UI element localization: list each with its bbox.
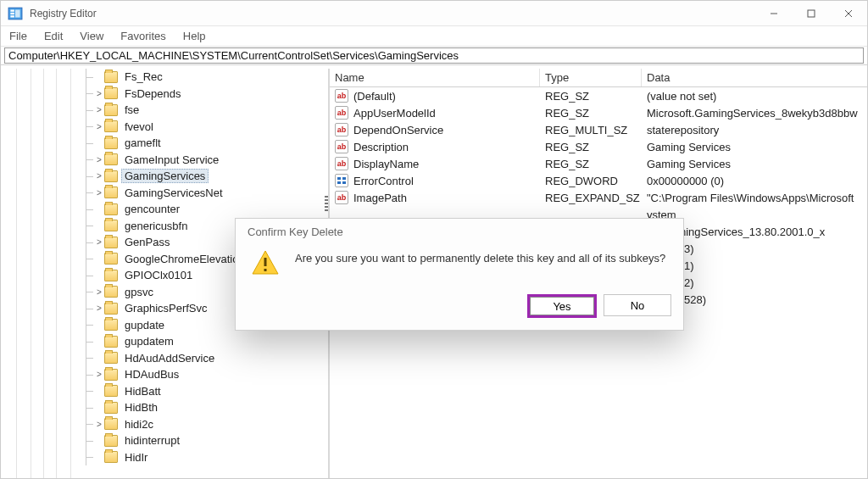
- svg-rect-14: [264, 258, 267, 266]
- folder-icon: [104, 369, 118, 381]
- menu-edit[interactable]: Edit: [36, 26, 71, 47]
- chevron-right-icon[interactable]: >: [94, 420, 104, 429]
- folder-icon: [104, 435, 118, 447]
- chevron-right-icon[interactable]: >: [94, 122, 104, 131]
- tree-item-label: HidBth: [121, 401, 161, 414]
- dialog-title: Confirm Key Delete: [236, 219, 683, 242]
- tree-item-label: HdAudAddService: [121, 352, 218, 365]
- menu-view[interactable]: View: [71, 26, 112, 47]
- tree-item-label: HidIr: [121, 451, 151, 464]
- folder-icon: [104, 451, 118, 463]
- folder-icon: [104, 319, 118, 331]
- tree-item[interactable]: >HDAudBus: [86, 366, 328, 383]
- value-row[interactable]: ErrorControlREG_DWORD0x00000000 (0): [330, 172, 867, 189]
- tree-item-label: GraphicsPerfSvc: [121, 302, 211, 315]
- folder-icon: [104, 187, 118, 198]
- chevron-right-icon[interactable]: >: [94, 188, 104, 198]
- string-value-icon: ab: [335, 191, 348, 204]
- value-row[interactable]: abImagePathREG_EXPAND_SZ"C:\Program File…: [330, 189, 867, 206]
- tree-item[interactable]: HidIr: [86, 449, 328, 466]
- folder-icon: [104, 203, 118, 215]
- tree-item[interactable]: gupdatem: [86, 333, 328, 350]
- tree-item[interactable]: >fvevol: [86, 119, 328, 136]
- value-name: ImagePath: [348, 192, 540, 204]
- list-header: Name Type Data: [330, 69, 867, 87]
- svg-rect-4: [15, 9, 20, 17]
- dialog-message: Are you sure you want to permanently del…: [295, 248, 668, 265]
- tree-item-label: GamingServicesNet: [121, 187, 226, 199]
- tree-item[interactable]: hidinterrupt: [86, 432, 328, 449]
- tree-item[interactable]: >FsDepends: [86, 86, 328, 103]
- col-data[interactable]: Data: [642, 69, 867, 86]
- tree-item-label: FsDepends: [121, 87, 184, 100]
- tree-item-label: genericusbfn: [121, 220, 191, 232]
- value-data: Gaming Services: [642, 141, 867, 153]
- tree-item[interactable]: >GamingServices: [86, 168, 328, 185]
- value-row[interactable]: abAppUserModelIdREG_SZMicrosoft.GamingSe…: [330, 104, 867, 121]
- warning-icon: [251, 248, 280, 277]
- tree-item[interactable]: HidBth: [86, 399, 328, 416]
- value-row[interactable]: abDependOnServiceREG_MULTI_SZstatereposi…: [330, 121, 867, 138]
- folder-icon: [104, 270, 118, 281]
- menubar: File Edit View Favorites Help: [1, 26, 867, 47]
- value-row[interactable]: abDisplayNameREG_SZGaming Services: [330, 155, 867, 172]
- tree-item-label: HidBatt: [121, 385, 164, 398]
- minimize-button[interactable]: [755, 1, 793, 26]
- tree-item[interactable]: gencounter: [86, 201, 328, 218]
- close-button[interactable]: [830, 1, 867, 26]
- tree-item[interactable]: gameflt: [86, 135, 328, 152]
- tree-item-label: gupdate: [121, 319, 168, 331]
- value-type: REG_EXPAND_SZ: [540, 192, 642, 204]
- svg-rect-6: [808, 10, 815, 17]
- folder-icon: [104, 104, 118, 116]
- tree-item[interactable]: >GameInput Service: [86, 152, 328, 169]
- tree-item[interactable]: HidBatt: [86, 383, 328, 400]
- folder-icon: [104, 170, 118, 182]
- menu-favorites[interactable]: Favorites: [112, 26, 174, 47]
- tree-item[interactable]: >GamingServicesNet: [86, 185, 328, 202]
- svg-rect-3: [10, 15, 14, 17]
- value-row[interactable]: abDescriptionREG_SZGaming Services: [330, 138, 867, 155]
- dword-value-icon: [335, 174, 348, 187]
- tree-item[interactable]: Fs_Rec: [86, 69, 328, 86]
- value-row[interactable]: ab(Default)REG_SZ(value not set): [330, 87, 867, 104]
- no-button[interactable]: No: [604, 294, 671, 316]
- chevron-right-icon[interactable]: >: [94, 155, 104, 164]
- splitter-handle[interactable]: [325, 196, 328, 213]
- folder-icon: [104, 237, 118, 248]
- address-input[interactable]: [4, 47, 864, 64]
- col-type[interactable]: Type: [540, 69, 642, 86]
- string-value-icon: ab: [335, 106, 348, 120]
- folder-icon: [104, 336, 118, 348]
- folder-icon: [104, 71, 118, 83]
- tree-item-label: gameflt: [121, 136, 164, 149]
- window-title: Registry Editor: [30, 8, 755, 19]
- value-data: (value not set): [642, 90, 867, 103]
- svg-rect-2: [10, 12, 14, 14]
- chevron-right-icon[interactable]: >: [94, 171, 104, 181]
- maximize-button[interactable]: [793, 1, 830, 26]
- tree-item-label: fse: [121, 103, 142, 116]
- menu-help[interactable]: Help: [175, 26, 214, 47]
- yes-button[interactable]: Yes: [530, 297, 594, 315]
- chevron-right-icon[interactable]: >: [94, 105, 104, 114]
- string-value-icon: ab: [335, 89, 348, 103]
- chevron-right-icon[interactable]: >: [94, 370, 104, 379]
- value-type: REG_SZ: [540, 141, 642, 153]
- tree-item-label: GameInput Service: [121, 153, 222, 166]
- chevron-right-icon[interactable]: >: [94, 287, 104, 297]
- tree-item[interactable]: HdAudAddService: [86, 350, 328, 367]
- tree-item[interactable]: >fse: [86, 102, 328, 119]
- menu-file[interactable]: File: [1, 26, 36, 47]
- titlebar: Registry Editor: [1, 1, 867, 26]
- value-data: 0x00000000 (0): [642, 175, 867, 187]
- chevron-right-icon[interactable]: >: [94, 237, 104, 247]
- folder-icon: [104, 220, 118, 231]
- value-type: REG_SZ: [540, 158, 642, 170]
- col-name[interactable]: Name: [330, 69, 540, 86]
- tree-item[interactable]: >hidi2c: [86, 416, 328, 433]
- chevron-right-icon[interactable]: >: [94, 89, 104, 98]
- folder-icon: [104, 286, 118, 298]
- chevron-right-icon[interactable]: >: [94, 304, 104, 313]
- value-type: REG_SZ: [540, 107, 642, 120]
